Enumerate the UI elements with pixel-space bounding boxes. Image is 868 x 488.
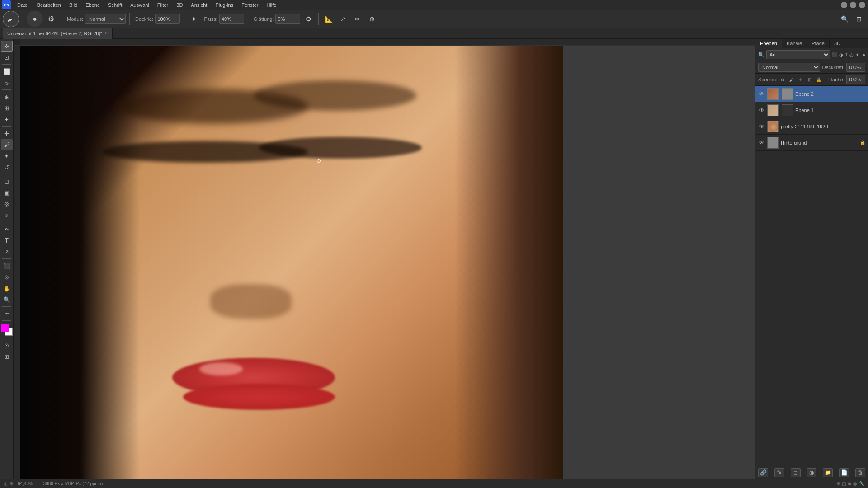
layer-item-hintergrund[interactable]: 👁 Hintergrund 🔒	[755, 135, 868, 151]
tool-path-select[interactable]: ↗	[1, 246, 13, 257]
filter-smart-icon[interactable]: ✦	[855, 52, 859, 57]
close-button[interactable]	[859, 2, 865, 8]
color-swatches[interactable]	[1, 324, 13, 336]
blend-mode-select[interactable]: Normal	[758, 63, 820, 72]
status-icon-2: ⊞	[9, 481, 13, 486]
menu-schrift[interactable]: Schrift	[104, 1, 126, 9]
tool-blur[interactable]: ◎	[1, 198, 13, 209]
minimize-button[interactable]	[841, 2, 847, 8]
layer-item-ebene1[interactable]: 👁 Ebene 1	[755, 102, 868, 118]
symmetry-button[interactable]: ⊕	[366, 13, 378, 25]
mode-select[interactable]: Normal	[85, 14, 126, 24]
tool-dodge[interactable]: ○	[1, 210, 13, 221]
stylus-button[interactable]: ✏	[351, 13, 364, 25]
toolbar-separator-1	[23, 13, 23, 25]
menu-bearbeiten[interactable]: Bearbeiten	[33, 1, 65, 9]
layer-item-pretty[interactable]: 👁 pretty-2111499_1920	[755, 118, 868, 135]
tab-close-button[interactable]: ×	[105, 31, 108, 36]
filter-type-select[interactable]: Art	[766, 50, 830, 59]
menu-plugins[interactable]: Plug-ins	[212, 1, 237, 9]
tool-history-brush[interactable]: ↺	[1, 162, 13, 173]
menu-filter[interactable]: Filter	[154, 1, 172, 9]
quick-mask-button[interactable]: ⊙	[1, 340, 13, 351]
hair-right	[454, 46, 563, 479]
tool-crop[interactable]: ⊞	[1, 103, 13, 113]
canvas-area[interactable]	[20, 46, 755, 479]
tool-more[interactable]: •••	[1, 308, 13, 319]
angle-button[interactable]: ↗	[337, 13, 349, 25]
brush-preset-button[interactable]: ●	[27, 11, 43, 27]
filter-pixel-icon[interactable]: ⬛	[832, 52, 837, 57]
tab-layers[interactable]: Ebenen	[755, 39, 782, 48]
tool-zoom[interactable]: 🔍	[1, 294, 13, 305]
menu-auswahl[interactable]: Auswahl	[127, 1, 153, 9]
opacity-input[interactable]	[846, 63, 865, 72]
menu-hilfe[interactable]: Hilfe	[263, 1, 280, 9]
menu-ebene[interactable]: Ebene	[82, 1, 104, 9]
tool-gradient[interactable]: ▣	[1, 187, 13, 198]
layer-visibility-ebene1[interactable]: 👁	[758, 107, 765, 114]
tool-eyedropper[interactable]: ✦	[1, 114, 13, 125]
menu-bild[interactable]: Bild	[66, 1, 81, 9]
smoothing-input[interactable]	[275, 14, 300, 24]
tool-type[interactable]: T	[1, 235, 13, 246]
menu-ansicht[interactable]: Ansicht	[187, 1, 211, 9]
lock-position[interactable]: ✛	[797, 76, 804, 83]
tool-eraser[interactable]: ◻	[1, 176, 13, 187]
airbrush-toggle[interactable]: ✦	[188, 13, 200, 25]
search-button[interactable]: 🔍	[838, 13, 851, 25]
add-mask-button[interactable]: ◻	[791, 468, 801, 477]
fill-input[interactable]	[846, 75, 865, 84]
layer-item-ebene2[interactable]: 👁 Ebene 2	[755, 86, 868, 102]
smoothing-settings[interactable]: ⚙	[302, 13, 315, 25]
filter-toggle[interactable]: ●	[863, 52, 865, 57]
brush-settings-button[interactable]: ⚙	[45, 13, 57, 25]
add-link-button[interactable]: 🔗	[758, 468, 768, 477]
foreground-color-swatch[interactable]	[1, 324, 9, 332]
menu-fenster[interactable]: Fenster	[238, 1, 262, 9]
tool-preset-picker[interactable]: 🖌	[3, 11, 19, 27]
density-input[interactable]	[155, 14, 180, 24]
screen-mode-button[interactable]: ⊞	[1, 351, 13, 362]
tool-move[interactable]: ✛	[1, 41, 13, 52]
tool-artboard[interactable]: ⊡	[1, 52, 13, 63]
workspace-button[interactable]: ⊞	[853, 13, 865, 25]
tool-clone-stamp[interactable]: ✦	[1, 150, 13, 161]
tool-rectangular-select[interactable]: ⬜	[1, 66, 13, 77]
tool-shape[interactable]: ⬛	[1, 260, 13, 271]
menu-datei[interactable]: Datei	[14, 1, 33, 9]
tab-channels[interactable]: Kanäle	[782, 39, 807, 48]
layer-visibility-hintergrund[interactable]: 👁	[758, 139, 765, 146]
layer-visibility-ebene2[interactable]: 👁	[758, 90, 765, 98]
tab-3d[interactable]: 3D	[830, 39, 845, 48]
lock-all[interactable]: 🔒	[815, 76, 822, 83]
document-tab[interactable]: Unbenannt-1 bei 64,4% (Ebene 2, RGB/8)* …	[3, 28, 113, 39]
add-fx-button[interactable]: fx	[774, 468, 784, 477]
filter-adjustment-icon[interactable]: ◑	[839, 52, 843, 57]
tool-healing[interactable]: ✚	[1, 128, 13, 139]
filter-type-icon[interactable]: T	[845, 52, 848, 57]
tool-lasso[interactable]: ⌾	[1, 77, 13, 88]
layer-name-pretty: pretty-2111499_1920	[781, 124, 865, 129]
tool-3d-material[interactable]: ⊙	[1, 272, 13, 282]
add-adjustment-button[interactable]: ◑	[807, 468, 816, 477]
tool-object-select[interactable]: ◈	[1, 91, 13, 102]
maximize-button[interactable]	[850, 2, 856, 8]
lock-image-pixels[interactable]: 🖌	[788, 76, 795, 83]
add-folder-button[interactable]: 📁	[823, 468, 833, 477]
pressure-size-button[interactable]: 📐	[322, 13, 335, 25]
lock-label: Sperren:	[758, 77, 777, 82]
tab-paths[interactable]: Pfade	[807, 39, 830, 48]
filter-shape-icon[interactable]: ◎	[849, 52, 854, 57]
flow-input[interactable]	[219, 14, 244, 24]
tool-hand[interactable]: ✋	[1, 283, 13, 294]
lock-transparent-pixels[interactable]: ⊘	[779, 76, 786, 83]
panel-tabs: Ebenen Kanäle Pfade 3D	[755, 39, 868, 48]
add-layer-button[interactable]: 📄	[839, 468, 849, 477]
layer-visibility-pretty[interactable]: 👁	[758, 123, 765, 130]
menu-3d[interactable]: 3D	[173, 1, 186, 9]
lock-artboard[interactable]: ⊞	[806, 76, 813, 83]
tool-pen[interactable]: ✒	[1, 224, 13, 235]
delete-layer-button[interactable]: 🗑	[855, 468, 865, 477]
tool-brush[interactable]: 🖌	[1, 139, 13, 150]
